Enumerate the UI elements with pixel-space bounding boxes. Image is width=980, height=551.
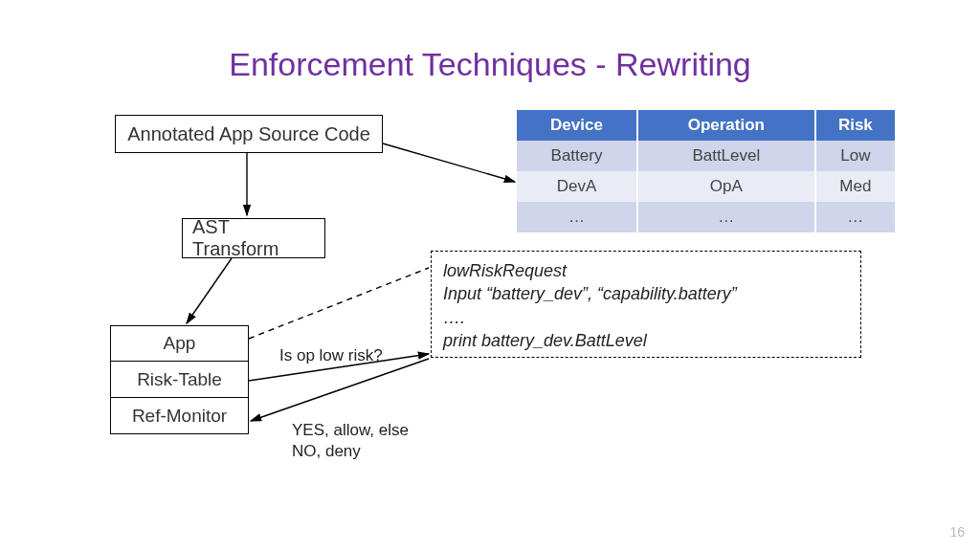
connector-app-to-code <box>249 268 429 339</box>
table-row: … … … <box>517 202 895 232</box>
box-ast-transform: AST Transform <box>182 218 325 258</box>
table-row: DevA OpA Med <box>517 171 895 202</box>
box-risk-table: Risk-Table <box>110 362 249 398</box>
table-header: Device <box>517 110 637 141</box>
table-header: Risk <box>815 110 895 141</box>
label-no-deny: NO, deny <box>292 442 361 461</box>
arrow-source-to-table <box>383 143 515 182</box>
page-number: 16 <box>949 524 965 540</box>
label-yes-allow: YES, allow, else <box>292 421 409 440</box>
box-app: App <box>110 325 249 362</box>
label-is-op-low-risk: Is op low risk? <box>279 346 383 365</box>
table-header: Operation <box>637 110 815 141</box>
code-line: lowRiskRequest <box>443 259 849 282</box>
arrow-ast-to-app <box>187 258 232 323</box>
box-ref-monitor: Ref-Monitor <box>110 398 249 434</box>
arrow-code-to-ref <box>251 359 429 421</box>
code-line: Input “battery_dev”, “capability.battery… <box>443 282 849 305</box>
code-snippet-box: lowRiskRequest Input “battery_dev”, “cap… <box>431 251 861 358</box>
table-row: Battery BattLevel Low <box>517 141 895 171</box>
code-line: print battery_dev.BattLevel <box>443 329 849 352</box>
code-line: …. <box>443 306 849 329</box>
risk-table: Device Operation Risk Battery BattLevel … <box>517 110 895 232</box>
box-annotated-source: Annotated App Source Code <box>115 115 383 153</box>
slide-title: Enforcement Techniques - Rewriting <box>0 46 980 83</box>
